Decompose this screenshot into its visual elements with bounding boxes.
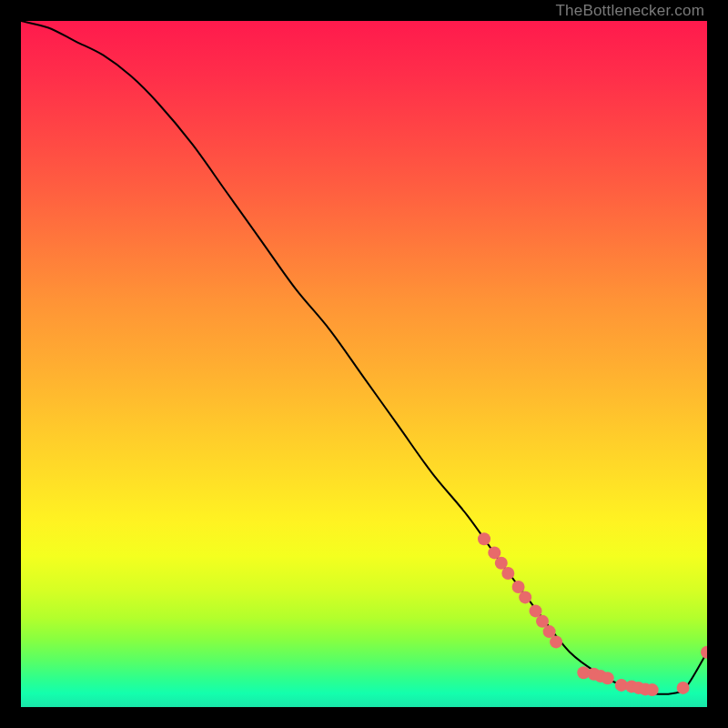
data-marker	[543, 625, 556, 638]
marker-layer	[478, 532, 707, 696]
data-marker	[478, 532, 490, 545]
data-marker	[639, 682, 652, 695]
data-marker	[615, 679, 628, 692]
data-marker	[536, 615, 549, 628]
data-marker	[594, 670, 607, 682]
data-marker	[602, 672, 614, 684]
data-marker	[550, 635, 562, 648]
data-marker	[632, 682, 645, 694]
data-marker	[512, 581, 525, 593]
data-marker	[577, 666, 590, 679]
data-marker	[677, 682, 690, 694]
curve-layer	[21, 21, 707, 707]
data-marker	[646, 683, 659, 696]
attribution-text: TheBottlenecker.com	[556, 2, 705, 20]
data-marker	[519, 591, 531, 603]
chart-stage: TheBottlenecker.com	[0, 0, 728, 728]
data-marker	[488, 546, 500, 559]
plot-area	[21, 21, 707, 707]
data-marker	[530, 604, 542, 617]
bottleneck-curve	[21, 21, 707, 694]
data-marker	[625, 680, 638, 693]
data-marker	[495, 557, 508, 570]
data-marker	[588, 668, 601, 681]
data-marker	[701, 646, 707, 659]
data-marker	[501, 567, 514, 580]
